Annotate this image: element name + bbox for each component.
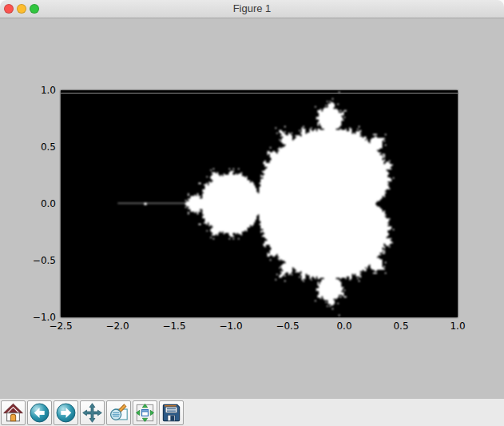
forward-button[interactable] bbox=[54, 400, 78, 425]
y-tick-label: −1.0 bbox=[0, 312, 56, 323]
x-tick-label: 0.5 bbox=[393, 320, 408, 332]
zoom-rect-icon bbox=[108, 402, 129, 424]
axes-plot-area[interactable] bbox=[61, 90, 458, 317]
y-tick-label: 1.0 bbox=[0, 85, 56, 96]
y-tick-label: 0.0 bbox=[0, 198, 56, 209]
x-tick-label: 0.0 bbox=[336, 320, 351, 332]
close-button[interactable] bbox=[4, 4, 14, 14]
pan-button[interactable] bbox=[80, 400, 105, 425]
back-arrow-icon bbox=[29, 402, 50, 424]
figure-window: Figure 1 −2.5−2.0−1.5−1.0−0.50.00.51.01.… bbox=[0, 0, 504, 426]
x-tick-label: −0.5 bbox=[276, 320, 299, 332]
y-tick-label: 0.5 bbox=[0, 141, 56, 153]
zoom-button[interactable] bbox=[30, 4, 39, 14]
figure-canvas: −2.5−2.0−1.5−1.0−0.50.00.51.01.00.50.0−0… bbox=[0, 18, 504, 398]
home-button[interactable] bbox=[1, 400, 26, 425]
save-button[interactable] bbox=[159, 400, 184, 425]
back-button[interactable] bbox=[27, 400, 52, 425]
save-floppy-icon bbox=[161, 402, 182, 424]
mandelbrot-canvas[interactable] bbox=[61, 90, 458, 317]
navigation-toolbar bbox=[0, 398, 504, 426]
x-tick-label: 1.0 bbox=[450, 320, 465, 332]
forward-arrow-icon bbox=[55, 402, 77, 424]
zoom-to-rect-button[interactable] bbox=[106, 400, 131, 425]
x-tick-label: −1.0 bbox=[219, 320, 242, 332]
titlebar[interactable]: Figure 1 bbox=[0, 0, 504, 18]
y-tick-label: −0.5 bbox=[0, 255, 56, 266]
image-top-artifact bbox=[61, 93, 458, 94]
configure-subplots-button[interactable] bbox=[133, 400, 157, 425]
home-icon bbox=[2, 402, 24, 424]
x-tick-label: −2.0 bbox=[105, 320, 129, 332]
pan-arrows-icon bbox=[81, 402, 103, 424]
subplots-icon bbox=[134, 402, 156, 424]
window-title: Figure 1 bbox=[0, 0, 504, 18]
minimize-button[interactable] bbox=[17, 4, 26, 14]
x-tick-label: −1.5 bbox=[162, 320, 185, 332]
